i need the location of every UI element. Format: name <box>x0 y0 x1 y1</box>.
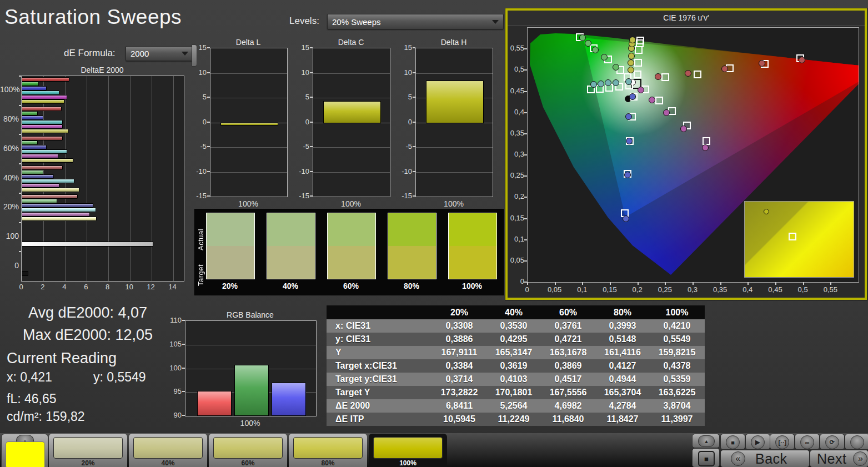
loop-icon: ⟳ <box>830 439 835 446</box>
grid-line <box>185 345 316 345</box>
swatch-label: 100% <box>443 282 501 290</box>
deltae-bar <box>22 95 67 99</box>
deltae-bar <box>22 77 69 82</box>
play-button[interactable]: ▶ <box>751 435 765 449</box>
deltae-bar <box>22 170 43 174</box>
tick-mark <box>19 134 21 135</box>
table-cell: 10,5945 <box>432 414 486 424</box>
x-tick-label: 0,15 <box>600 285 620 294</box>
patch-label: 80% <box>289 459 367 467</box>
y-tick-label: 95 <box>164 387 182 395</box>
tick-mark <box>524 112 527 113</box>
table-cell: 11,2249 <box>486 414 541 424</box>
measured-point-magenta-measured <box>663 109 670 116</box>
grid-line <box>210 147 287 148</box>
blank-button[interactable] <box>850 435 864 449</box>
target-swatch <box>388 246 436 279</box>
table-cell: 0,4944 <box>595 374 650 384</box>
patch-button-100%[interactable]: 100% <box>369 434 447 467</box>
tick-mark <box>638 282 639 285</box>
tick-mark <box>207 146 210 147</box>
stop-button[interactable]: ■ <box>726 435 740 449</box>
next-button[interactable]: Next » <box>810 450 868 467</box>
delta_c-plot <box>313 48 390 197</box>
patch-button-60%[interactable]: 60% <box>209 434 287 467</box>
patch-window-button[interactable]: ■ <box>692 448 720 467</box>
rgb-bar-red <box>197 391 232 416</box>
table-cell: 0,3308 <box>432 321 486 331</box>
x-tick-label: 8 <box>102 283 113 291</box>
measured-point-yellow-measured <box>628 59 634 66</box>
x-tick-label: 0 <box>517 285 537 294</box>
y-group-label: 0 <box>0 261 19 270</box>
rgb-balance-chart: 1101051009590100% <box>164 320 319 429</box>
y-tick-label: 0 <box>509 277 524 285</box>
y-group-label: 20% <box>0 202 19 211</box>
patch-button-80%[interactable]: 80% <box>289 434 367 467</box>
row-label: ΔE 2000 <box>327 401 432 411</box>
series-button[interactable]: [··] <box>775 435 789 449</box>
y-tick-label: 105 <box>164 340 182 348</box>
levels-label: Levels: <box>289 16 319 27</box>
swatch-label: 20% <box>200 282 259 290</box>
continuous-button[interactable]: ∞ <box>800 435 814 449</box>
deltae-bar <box>22 154 58 158</box>
de-formula-dropdown[interactable]: 2000 <box>126 46 193 61</box>
y-tick-label: 15 <box>397 43 412 52</box>
grid-line <box>210 73 287 74</box>
grayscale-100-bar <box>22 242 153 247</box>
table-cell: 0,4210 <box>650 321 704 331</box>
y-tick-label: 110 <box>164 316 182 324</box>
grid-line <box>130 76 131 281</box>
delta_h-plot <box>415 48 493 197</box>
grid-line <box>416 172 493 173</box>
table-cell: 0,3530 <box>486 321 541 331</box>
tick-mark <box>413 72 415 73</box>
tick-mark <box>524 175 527 177</box>
x-tick-label: 12 <box>145 283 157 291</box>
tick-mark <box>693 282 694 285</box>
actual-row-label: Actual <box>197 217 205 250</box>
series-icon: [··] <box>779 439 787 446</box>
column-header: 20% <box>432 308 486 318</box>
levels-dropdown[interactable]: 20% Sweeps <box>327 14 504 29</box>
grid-line <box>313 73 390 74</box>
y-tick-label: -10 <box>397 167 412 175</box>
loop-button[interactable]: ⟳ <box>825 435 839 449</box>
patch-color-swatch <box>373 437 443 459</box>
back-button[interactable]: « Back <box>720 450 810 467</box>
summary-stats: Avg dE2000: 4,07 Max dE2000: 12,05 <box>6 304 170 344</box>
table-cell: 0,5549 <box>650 334 704 344</box>
blank-button-cell <box>845 434 868 450</box>
toolbar-up-button[interactable]: ▲ <box>698 435 715 447</box>
patch-button-40%[interactable]: 40% <box>129 434 207 467</box>
x-tick-label: 10 <box>124 283 135 291</box>
tick-mark <box>524 91 527 92</box>
x-axis-label: 100% <box>313 199 389 208</box>
y-tick-label: 100 <box>164 364 182 372</box>
table-cell: 3,8704 <box>650 401 704 411</box>
y-group-label: 40% <box>0 173 19 182</box>
target-point-red-target <box>661 73 669 81</box>
tick-mark <box>310 97 313 98</box>
current-reading-heading: Current Reading <box>7 350 117 367</box>
rgb-bar-blue <box>272 383 306 416</box>
table-cell: 0,3886 <box>432 334 486 344</box>
deltae-bar <box>22 179 74 183</box>
grid-line <box>313 172 390 173</box>
y-tick-label: 90 <box>164 411 182 419</box>
y-tick-label: 10 <box>191 68 207 77</box>
deltae-bar <box>22 111 38 116</box>
deltae-bar <box>22 212 90 217</box>
table-cell: 161,4116 <box>595 348 650 358</box>
tick-mark <box>207 122 210 123</box>
back-chevrons-icon: « <box>731 451 745 466</box>
tick-mark <box>207 97 210 98</box>
deltae-chart-title: DeltaE 2000 <box>21 66 183 74</box>
measured-point-yellow-measured <box>628 53 635 59</box>
chevron-down-icon <box>182 52 188 56</box>
tick-mark <box>527 282 528 285</box>
patch-button-20%[interactable]: 20% <box>49 434 127 467</box>
tick-mark <box>182 368 185 369</box>
table-row: y: CIE310,38860,42950,47210,51480,5549 <box>327 333 705 346</box>
